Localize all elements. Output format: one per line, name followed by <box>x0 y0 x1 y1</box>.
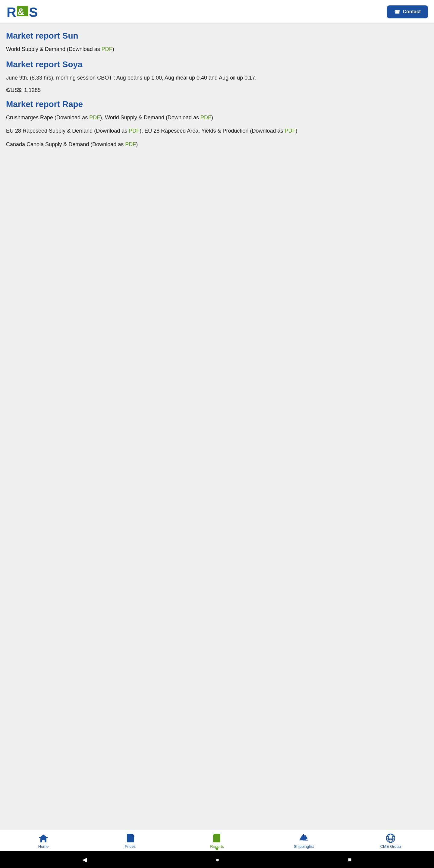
nav-item-shippinglist[interactable]: Shippinglist <box>260 833 347 849</box>
svg-rect-7 <box>42 840 44 842</box>
nav-item-prices[interactable]: Prices <box>87 833 174 849</box>
header: R & & S ☎ Contact <box>0 0 434 24</box>
nav-label-prices: Prices <box>125 844 135 849</box>
prices-icon <box>125 833 135 843</box>
svg-text:R: R <box>7 5 16 19</box>
section-title-soya: Market report Soya <box>6 60 428 69</box>
android-recent-button[interactable]: ■ <box>348 856 351 863</box>
nav-item-cmegroup[interactable]: CME Group <box>347 833 434 849</box>
svg-rect-21 <box>215 835 218 836</box>
svg-rect-23 <box>303 834 304 836</box>
svg-text:&: & <box>18 6 24 17</box>
android-home-button[interactable]: ● <box>216 856 219 863</box>
svg-rect-9 <box>40 837 41 838</box>
contact-button[interactable]: ☎ Contact <box>387 5 428 19</box>
pdf-link-rape-eu28-area[interactable]: PDF <box>285 128 296 134</box>
pdf-link-sun-supply[interactable]: PDF <box>101 46 113 52</box>
pdf-link-rape-world[interactable]: PDF <box>200 115 211 121</box>
section-body-sun-1: World Supply & Demand (Download as PDF) <box>6 45 428 54</box>
svg-rect-18 <box>215 838 218 839</box>
logo: R & & S <box>6 4 42 19</box>
nav-item-home[interactable]: Home <box>0 833 87 849</box>
section-body-rape-1: Crushmarges Rape (Download as PDF), Worl… <box>6 113 428 122</box>
svg-marker-8 <box>39 835 48 838</box>
section-body-soya-1: June 9th. (8.33 hrs), morning session CB… <box>6 73 428 82</box>
main-content: Market report Sun World Supply & Demand … <box>0 24 434 830</box>
nav-label-home: Home <box>38 844 49 849</box>
svg-rect-17 <box>215 836 219 837</box>
active-dot <box>216 847 218 850</box>
svg-rect-10 <box>45 837 47 838</box>
svg-text:S: S <box>29 5 38 19</box>
section-title-rape: Market report Rape <box>6 99 428 109</box>
reports-icon <box>212 833 222 843</box>
phone-icon: ☎ <box>394 9 400 15</box>
nav-item-reports[interactable]: Reports <box>174 833 260 849</box>
section-body-rape-2: EU 28 Rapeseed Supply & Demand (Download… <box>6 127 428 135</box>
android-nav: ◀ ● ■ <box>0 851 434 868</box>
bottom-nav: Home Prices <box>0 830 434 851</box>
active-dot-container: Reports <box>210 844 224 849</box>
shippinglist-icon <box>299 833 309 843</box>
contact-button-label: Contact <box>403 9 421 14</box>
pdf-link-rape-crush[interactable]: PDF <box>89 115 100 121</box>
cmegroup-icon <box>386 833 396 843</box>
pdf-link-rape-canada[interactable]: PDF <box>125 141 136 147</box>
android-back-button[interactable]: ◀ <box>82 856 87 863</box>
svg-rect-19 <box>215 839 218 840</box>
home-icon <box>38 833 48 843</box>
pdf-link-rape-eu28-supply[interactable]: PDF <box>129 128 140 134</box>
section-body-rape-3: Canada Canola Supply & Demand (Download … <box>6 140 428 149</box>
nav-label-shippinglist: Shippinglist <box>294 844 314 849</box>
logo-container: R & & S <box>6 4 42 19</box>
nav-label-cmegroup: CME Group <box>380 844 401 849</box>
section-title-sun: Market report Sun <box>6 31 428 41</box>
exchange-rate: €/US$: 1,1285 <box>6 87 428 93</box>
